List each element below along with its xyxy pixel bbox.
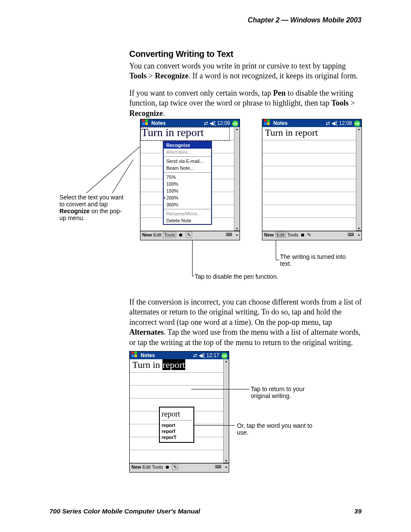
ok-button[interactable]: ok	[232, 120, 239, 127]
device-screenshot-1: Notes ⇄ ◀ξ 12:09 ok Turn in report Recog…	[140, 119, 240, 240]
leader-line	[191, 389, 249, 389]
alternates-option[interactable]: report	[162, 422, 192, 428]
note-area[interactable]: Turn in report	[262, 127, 361, 231]
svg-rect-8	[131, 352, 134, 354]
page-number: 39	[354, 507, 361, 515]
record-icon[interactable]: ⏺	[165, 464, 170, 470]
menu-separator	[164, 209, 211, 209]
sip-up-icon[interactable]: ▴	[225, 465, 227, 469]
alternates-menu: report report reporf reporT	[159, 407, 194, 443]
menu-item-rename[interactable]: Rename/Move...	[164, 210, 211, 217]
status-area: ⇄ ◀ξ 12:08	[326, 119, 352, 127]
context-menu: Recognize Alternates... Send via E-mail.…	[163, 141, 212, 225]
svg-rect-7	[267, 122, 270, 125]
menu-separator	[164, 172, 211, 173]
text-bold: Recognize	[129, 109, 163, 118]
menu-item-recognize[interactable]: Recognize	[164, 142, 211, 149]
paragraph-3: If the conversion is incorrect, you can …	[129, 297, 362, 348]
running-head: Chapter 2 — Windows Mobile 2003	[0, 16, 411, 24]
alternates-option[interactable]: reporf	[162, 428, 192, 434]
clock-text: 12:09	[217, 120, 230, 126]
connectivity-icon: ⇄	[326, 120, 331, 126]
menu-item-send-email[interactable]: Send via E-mail...	[164, 158, 211, 165]
text-bold: Pen	[273, 89, 286, 97]
scrollbar[interactable]	[356, 127, 361, 230]
svg-rect-10	[131, 355, 134, 357]
svg-rect-3	[145, 122, 148, 125]
menu-tools[interactable]: Tools	[163, 232, 177, 238]
menu-item-zoom-100[interactable]: 100%	[164, 180, 211, 187]
sip-up-icon[interactable]: ▴	[358, 233, 360, 236]
clock-text: 12:17	[206, 352, 219, 358]
svg-rect-2	[142, 122, 145, 125]
pen-icon[interactable]: ✎	[307, 232, 311, 237]
text-bold: Tools	[129, 72, 146, 80]
leader-line	[276, 260, 279, 260]
menu-item-zoom-300[interactable]: 300%	[164, 201, 211, 208]
menu-new[interactable]: New	[264, 232, 274, 237]
menu-new[interactable]: New	[131, 464, 141, 470]
start-flag-icon[interactable]	[131, 352, 137, 360]
footer-title: 700 Series Color Mobile Computer User's …	[50, 507, 200, 515]
pen-icon[interactable]: ✎	[172, 464, 178, 470]
menu-item-zoom-75[interactable]: 75%	[164, 174, 211, 180]
note-area[interactable]: Turn in report Recognize Alternates... S…	[140, 127, 240, 231]
menu-new[interactable]: New	[142, 232, 152, 237]
alternates-option[interactable]: reporT	[162, 434, 192, 440]
page-footer: 700 Series Color Mobile Computer User's …	[0, 507, 411, 515]
leader-line	[192, 276, 194, 276]
keyboard-icon[interactable]: ⌨	[215, 464, 221, 469]
callout-return-original: Tap to return to your original writing.	[251, 386, 324, 399]
device-title: Notes	[151, 120, 165, 126]
menu-edit[interactable]: Edit	[143, 464, 151, 470]
leader-line	[112, 159, 134, 193]
note-area[interactable]: Turn in report report report reporf repo…	[130, 359, 229, 463]
pen-icon[interactable]: ✎	[186, 232, 192, 238]
selection-box	[140, 127, 230, 141]
main-column: Converting Writing to Text You can conve…	[129, 48, 362, 125]
text: >	[146, 72, 155, 80]
menu-item-delete[interactable]: Delete Note	[164, 217, 211, 224]
text: . If a word is not recognized, it keeps …	[188, 72, 358, 80]
sip-up-icon[interactable]: ▴	[236, 233, 238, 236]
callout-disable-pen: Tap to disable the pen function.	[195, 273, 302, 280]
menu-item-alternates[interactable]: Alternates...	[164, 149, 211, 156]
menu-item-zoom-150[interactable]: 150%	[164, 187, 211, 194]
connectivity-icon: ⇄	[204, 120, 209, 126]
highlighted-word[interactable]: report	[162, 359, 185, 370]
callout-select-text: Select the text you want to convert and …	[59, 194, 127, 221]
keyboard-icon[interactable]: ⌨	[226, 232, 232, 237]
record-icon[interactable]: ⏺	[178, 232, 183, 237]
ok-button[interactable]: ok	[221, 352, 228, 359]
alternates-original-writing[interactable]: report	[162, 409, 192, 420]
start-flag-icon[interactable]	[264, 119, 270, 128]
menu-item-zoom-200[interactable]: •200%	[164, 194, 211, 201]
ok-button[interactable]: ok	[354, 120, 361, 127]
keyboard-icon[interactable]: ⌨	[348, 232, 354, 237]
menu-edit[interactable]: Edit	[275, 232, 286, 238]
text: Turn in	[132, 359, 162, 370]
menu-tools[interactable]: Tools	[287, 232, 299, 237]
callout-bold: Recognize	[59, 208, 90, 215]
menu-separator	[164, 156, 211, 157]
svg-rect-1	[145, 119, 148, 122]
main-column-2: If the conversion is incorrect, you can …	[129, 297, 362, 355]
text: . Tap the word use from the menu with a …	[129, 328, 361, 346]
speaker-icon: ◀ξ	[199, 352, 206, 358]
device-bottom-bar: New Edit Tools ⏺ ✎ ⌨ ▴	[130, 463, 229, 472]
leader-line	[194, 425, 235, 426]
connectivity-icon: ⇄	[193, 352, 199, 358]
scrollbar[interactable]	[223, 359, 229, 463]
paragraph-2: If you want to convert only certain word…	[129, 88, 362, 118]
svg-rect-6	[264, 122, 267, 125]
scrollbar[interactable]	[234, 127, 240, 230]
menu-item-beam[interactable]: Beam Note...	[164, 165, 211, 171]
device-bottom-bar: New Edit Tools ⏺ ✎ ⌨ ▴	[140, 231, 240, 240]
svg-rect-0	[142, 119, 145, 122]
menu-edit[interactable]: Edit	[153, 232, 162, 237]
callout-tap-word: Or, tap the word you want to use.	[237, 422, 314, 436]
menu-tools[interactable]: Tools	[152, 464, 163, 470]
text-bold: Tools	[331, 99, 349, 107]
record-icon[interactable]: ⏺	[300, 232, 305, 237]
text: >	[349, 99, 355, 107]
